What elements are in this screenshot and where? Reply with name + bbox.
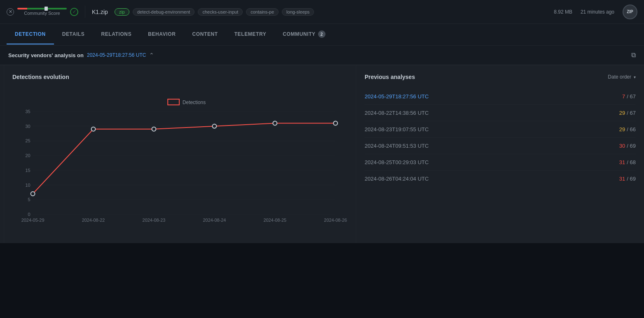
- chevron-down-icon: ▾: [634, 75, 636, 79]
- tab-details[interactable]: DETAILS: [54, 25, 93, 44]
- svg-text:15: 15: [26, 168, 30, 173]
- svg-text:2024-08-26: 2024-08-26: [324, 218, 347, 223]
- community-score-widget: ✕ Community Score ✓: [7, 8, 78, 16]
- analysis-score: 31 / 68: [619, 159, 636, 165]
- tab-content[interactable]: CONTENT: [184, 25, 226, 44]
- svg-point-23: [91, 127, 96, 131]
- chart-panel: Detections evolution 051015202530352024-…: [4, 65, 356, 243]
- analysis-date-link: 2024-08-22T14:38:56 UTC: [365, 110, 429, 116]
- score-number: 31: [619, 176, 625, 182]
- score-separator: / 66: [627, 126, 636, 132]
- detections-chart: 051015202530352024-05-292024-08-222024-0…: [12, 87, 348, 235]
- community-score-label: Community Score: [17, 11, 67, 16]
- tab-telemetry[interactable]: TELEMETRY: [226, 25, 275, 44]
- file-type-badge: ZIP: [623, 5, 637, 19]
- top-bar-right: 8.92 MB 21 minutes ago ZIP: [554, 5, 637, 19]
- tag[interactable]: contains-pe: [246, 8, 279, 16]
- score-separator: / 68: [627, 159, 636, 165]
- analysis-row: 2024-08-26T04:24:04 UTC31 / 69: [365, 171, 636, 187]
- svg-text:10: 10: [26, 183, 30, 188]
- analysis-score: 7 / 67: [622, 93, 636, 100]
- analyses-rows: 2024-05-29T18:27:56 UTC7 / 672024-08-22T…: [365, 88, 636, 187]
- tags-container: zipdetect-debug-environmentchecks-user-i…: [115, 8, 314, 16]
- chevron-up-icon[interactable]: ⌃: [149, 52, 154, 58]
- analysis-date-link: 2024-08-23T19:07:55 UTC: [365, 126, 429, 132]
- analyses-title: Previous analyses: [365, 74, 415, 80]
- svg-text:Detections: Detections: [183, 100, 206, 105]
- score-separator: / 69: [627, 143, 636, 149]
- tag[interactable]: long-sleeps: [282, 8, 314, 16]
- top-bar: ✕ Community Score ✓ K1.zip zipdetect-deb…: [0, 0, 644, 24]
- analysis-row: 2024-08-24T09:51:53 UTC30 / 69: [365, 138, 636, 154]
- analysis-title: Security vendors' analysis on: [8, 52, 84, 58]
- community-score-bar: [17, 8, 67, 9]
- analyses-header: Previous analyses Date order ▾: [365, 74, 636, 80]
- left-strip: [0, 65, 4, 243]
- tab-badge: 2: [318, 30, 326, 38]
- top-bar-left: ✕ Community Score ✓ K1.zip zipdetect-deb…: [7, 6, 314, 18]
- score-number: 29: [619, 110, 625, 116]
- score-number: 30: [619, 143, 625, 149]
- svg-text:20: 20: [26, 153, 30, 158]
- main-panels: Detections evolution 051015202530352024-…: [0, 65, 644, 243]
- community-score-thumb: [44, 7, 48, 11]
- svg-point-26: [273, 121, 277, 125]
- svg-text:0: 0: [28, 212, 30, 217]
- analysis-date[interactable]: 2024-05-29T18:27:56 UTC: [87, 52, 146, 58]
- analysis-score: 29 / 67: [619, 110, 636, 116]
- file-time: 21 minutes ago: [581, 9, 614, 15]
- svg-point-27: [333, 121, 337, 125]
- nav-tabs: DETECTIONDETAILSRELATIONSBEHAVIORCONTENT…: [0, 24, 644, 46]
- filename: K1.zip: [92, 9, 108, 15]
- tag[interactable]: detect-debug-environment: [133, 8, 194, 16]
- svg-text:5: 5: [28, 197, 30, 202]
- analyses-panel: Previous analyses Date order ▾ 2024-05-2…: [356, 65, 644, 243]
- score-separator: / 69: [627, 176, 636, 182]
- svg-point-24: [152, 127, 156, 131]
- svg-text:30: 30: [26, 124, 30, 129]
- tab-behavior[interactable]: BEHAVIOR: [140, 25, 184, 44]
- score-separator: / 67: [627, 110, 636, 116]
- analysis-date-link[interactable]: 2024-05-29T18:27:56 UTC: [365, 93, 429, 100]
- analysis-score: 31 / 69: [619, 176, 636, 182]
- analysis-header-left: Security vendors' analysis on 2024-05-29…: [8, 52, 154, 58]
- analysis-date-link: 2024-08-26T04:24:04 UTC: [365, 176, 429, 182]
- tab-relations[interactable]: RELATIONS: [93, 25, 140, 44]
- chart-container: 051015202530352024-05-292024-08-222024-0…: [12, 87, 348, 235]
- tag[interactable]: zip: [115, 8, 129, 16]
- svg-text:2024-05-29: 2024-05-29: [21, 218, 44, 223]
- analysis-row: 2024-08-22T14:38:56 UTC29 / 67: [365, 105, 636, 121]
- analysis-row: 2024-08-23T19:07:55 UTC29 / 66: [365, 121, 636, 138]
- analysis-header: Security vendors' analysis on 2024-05-29…: [0, 46, 644, 65]
- svg-point-25: [212, 124, 216, 128]
- svg-text:35: 35: [26, 109, 30, 114]
- copy-icon[interactable]: ⧉: [631, 51, 636, 59]
- analysis-date-link: 2024-08-25T00:29:03 UTC: [365, 159, 429, 165]
- analysis-row: 2024-08-25T00:29:03 UTC31 / 68: [365, 154, 636, 171]
- analysis-score: 30 / 69: [619, 143, 636, 149]
- analysis-row: 2024-05-29T18:27:56 UTC7 / 67: [365, 88, 636, 105]
- chart-title: Detections evolution: [12, 74, 348, 80]
- svg-text:25: 25: [26, 138, 30, 143]
- file-size: 8.92 MB: [554, 9, 572, 15]
- score-number: 7: [622, 93, 625, 100]
- community-score-bar-container: Community Score: [17, 8, 67, 16]
- svg-text:2024-08-23: 2024-08-23: [143, 218, 166, 223]
- svg-rect-28: [168, 99, 179, 105]
- check-icon: ✓: [70, 8, 78, 16]
- svg-text:2024-08-25: 2024-08-25: [263, 218, 286, 223]
- svg-text:2024-08-22: 2024-08-22: [82, 218, 105, 223]
- date-order-select[interactable]: Date order ▾: [608, 74, 636, 80]
- score-number: 31: [619, 159, 625, 165]
- score-number: 29: [619, 126, 625, 132]
- analysis-score: 29 / 66: [619, 126, 636, 132]
- analysis-date-link: 2024-08-24T09:51:53 UTC: [365, 143, 429, 149]
- tag[interactable]: checks-user-input: [198, 8, 243, 16]
- close-icon[interactable]: ✕: [7, 8, 14, 16]
- tab-detection[interactable]: DETECTION: [7, 25, 54, 44]
- tab-community[interactable]: COMMUNITY2: [274, 24, 333, 45]
- score-separator: / 67: [627, 93, 636, 100]
- svg-text:2024-08-24: 2024-08-24: [203, 218, 226, 223]
- svg-point-22: [31, 192, 35, 196]
- date-order-label: Date order: [608, 74, 631, 80]
